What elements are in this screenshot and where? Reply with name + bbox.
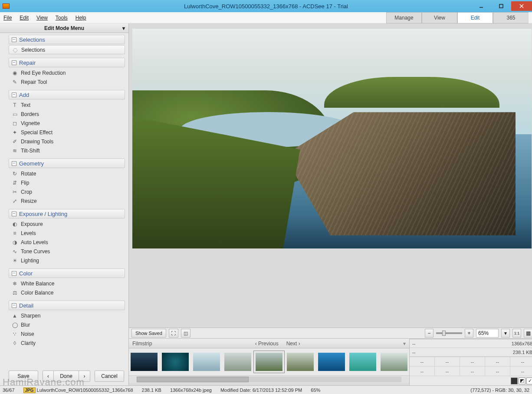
tool-red-eye-reduction[interactable]: ◉Red Eye Reduction — [9, 68, 125, 77]
property-cell[interactable]: -- — [435, 357, 460, 366]
close-button[interactable] — [511, 1, 532, 11]
filmstrip — [129, 348, 409, 375]
next-button[interactable]: › — [79, 371, 90, 382]
zoom-slider[interactable] — [436, 332, 462, 334]
filmstrip-collapse-icon[interactable]: ▾ — [403, 341, 406, 347]
tool-label: Exposure — [21, 221, 43, 227]
status-format: 1366x768x24b jpeg — [170, 387, 212, 393]
group-header-detail[interactable]: −Detail — [9, 301, 125, 310]
property-cell[interactable]: -- — [510, 367, 532, 376]
filmstrip-next[interactable]: Next › — [286, 341, 300, 347]
thumbnail[interactable] — [318, 353, 345, 371]
property-cell[interactable]: -- — [410, 367, 435, 376]
property-cell[interactable]: -- — [435, 367, 460, 376]
group-header-add[interactable]: −Add — [9, 90, 125, 99]
navigator-icon[interactable]: ▦ — [524, 329, 532, 338]
tool-crop[interactable]: ✂Crop — [9, 187, 125, 196]
tool-drawing-tools[interactable]: ✐Drawing Tools — [9, 137, 125, 146]
drawing-tools-icon: ✐ — [11, 138, 18, 145]
menu-tools[interactable]: Tools — [56, 15, 68, 21]
tool-vignette[interactable]: ◻Vignette — [9, 119, 125, 128]
zoom-dropdown[interactable]: ▾ — [501, 329, 510, 338]
thumbnail[interactable] — [224, 353, 251, 371]
zoom-value[interactable]: 65% — [476, 329, 499, 338]
group-header-color[interactable]: −Color — [9, 268, 125, 278]
property-cell[interactable]: -- — [485, 367, 510, 376]
tool-tilt-shift[interactable]: ≋Tilt-Shift — [9, 146, 125, 155]
group-title: Color — [19, 270, 33, 277]
tool-resize[interactable]: ⤢Resize — [9, 196, 125, 205]
property-cell[interactable]: -- — [460, 357, 485, 366]
edit-mode-menu-header[interactable]: Edit Mode Menu ▾ — [0, 23, 128, 33]
tool-label: Borders — [21, 111, 39, 117]
menu-file[interactable]: File — [3, 15, 12, 21]
cancel-button[interactable]: Cancel — [95, 371, 124, 382]
minimize-button[interactable] — [471, 1, 491, 11]
menu-view[interactable]: View — [36, 15, 48, 21]
thumbnail[interactable] — [193, 353, 220, 371]
zoom-out-button[interactable]: − — [425, 329, 433, 338]
done-button[interactable]: Done — [54, 371, 79, 382]
one-to-one-icon[interactable]: 1:1 — [512, 329, 521, 338]
menu-help[interactable]: Help — [76, 15, 86, 21]
thumbnail[interactable] — [381, 353, 407, 371]
tool-auto-levels[interactable]: ◑Auto Levels — [9, 238, 125, 247]
tool-text[interactable]: TText — [9, 100, 125, 109]
overlay-toggle-3[interactable]: ✓ — [526, 377, 532, 384]
tool-repair-tool[interactable]: ✎Repair Tool — [9, 77, 125, 86]
save-button[interactable]: Save — [9, 371, 38, 382]
property-cell[interactable]: -- — [485, 357, 510, 366]
mode-edit[interactable]: Edit — [457, 12, 493, 23]
lighting-icon: ☀ — [11, 257, 18, 264]
prev-button[interactable]: ‹ — [43, 371, 54, 382]
tool-rotate[interactable]: ↻Rotate — [9, 169, 125, 178]
fit-icon[interactable]: ⛶ — [169, 329, 178, 338]
overlay-toggle-2[interactable]: ◩ — [519, 377, 525, 384]
tool-selections[interactable]: ◌Selections — [9, 45, 125, 54]
thumbnail-selected[interactable] — [256, 353, 282, 371]
mode-365[interactable]: 365 — [493, 12, 529, 23]
tool-borders[interactable]: ▭Borders — [9, 109, 125, 119]
collapse-icon: − — [12, 303, 16, 308]
tool-label: Resize — [21, 198, 37, 204]
actual-size-icon[interactable]: ◫ — [181, 329, 190, 338]
thumbnail[interactable] — [162, 353, 189, 371]
group-header-geometry[interactable]: −Geometry — [9, 159, 125, 168]
group-header-exposure-lighting[interactable]: −Exposure / Lighting — [9, 209, 125, 219]
mode-manage[interactable]: Manage — [386, 12, 422, 23]
resize-icon: ⤢ — [11, 198, 18, 205]
tool-flip[interactable]: ⇵Flip — [9, 178, 125, 187]
filmstrip-scrollbar[interactable] — [129, 375, 409, 383]
property-cell[interactable]: -- — [510, 357, 532, 366]
property-cell[interactable]: -- — [410, 357, 435, 366]
image-canvas[interactable] — [129, 23, 532, 328]
maximize-button[interactable] — [491, 1, 511, 11]
thumbnail[interactable] — [287, 353, 314, 371]
show-saved-button[interactable]: Show Saved — [131, 329, 166, 338]
info-filesize: 238.1 KB — [513, 350, 532, 355]
group-header-repair[interactable]: −Repair — [9, 58, 125, 67]
zoom-in-button[interactable]: + — [465, 329, 473, 338]
group-header-selections[interactable]: −Selections — [9, 35, 125, 44]
tool-clarity[interactable]: ◊Clarity — [9, 338, 125, 348]
filmstrip-prev[interactable]: ‹ Previous — [255, 341, 279, 347]
status-filesize: 238.1 KB — [142, 387, 161, 393]
rotate-icon: ↻ — [11, 170, 18, 177]
tool-lighting[interactable]: ☀Lighting — [9, 256, 125, 265]
tool-exposure[interactable]: ◐Exposure — [9, 219, 125, 228]
property-cell[interactable]: -- — [460, 367, 485, 376]
menu-edit[interactable]: Edit — [20, 15, 29, 21]
tool-color-balance[interactable]: ⚖Color Balance — [9, 288, 125, 297]
mode-view[interactable]: View — [422, 12, 457, 23]
tool-noise[interactable]: ∵Noise — [9, 329, 125, 338]
overlay-toggle-1[interactable] — [511, 377, 518, 384]
tool-white-balance[interactable]: ❄White Balance — [9, 279, 125, 288]
thumbnail[interactable] — [349, 353, 376, 371]
tool-special-effect[interactable]: ✦Special Effect — [9, 128, 125, 137]
tool-sharpen[interactable]: ▲Sharpen — [9, 311, 125, 320]
info-panel: --1366x768 --238.1 KB ---------- -------… — [409, 339, 532, 385]
tool-tone-curves[interactable]: ∿Tone Curves — [9, 247, 125, 256]
tool-levels[interactable]: ≡Levels — [9, 228, 125, 238]
thumbnail[interactable] — [131, 353, 158, 371]
tool-blur[interactable]: ◯Blur — [9, 320, 125, 329]
